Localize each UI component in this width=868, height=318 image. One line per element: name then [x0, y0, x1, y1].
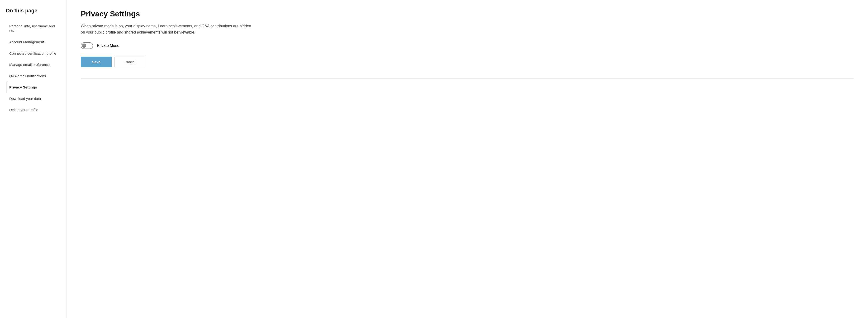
nav-item-privacy-settings[interactable]: Privacy Settings: [6, 82, 61, 93]
nav-item-download-data[interactable]: Download your data: [6, 93, 61, 105]
sidebar: On this page Personal info, username and…: [0, 0, 66, 318]
toggle-thumb: [82, 44, 86, 48]
button-row: Save Cancel: [81, 57, 854, 67]
toggle-row: Private Mode: [81, 42, 854, 49]
nav-item-personal-info[interactable]: Personal info, username and URL: [6, 21, 61, 36]
section-description: When private mode is on, your display na…: [81, 23, 252, 35]
nav-item-connected-cert[interactable]: Connected certification profile: [6, 48, 61, 59]
private-mode-toggle[interactable]: [81, 42, 93, 49]
nav-list: Personal info, username and URLAccount M…: [6, 21, 61, 116]
toggle-label: Private Mode: [97, 44, 119, 48]
nav-item-account-management[interactable]: Account Management: [6, 36, 61, 48]
privacy-settings-section: Privacy Settings When private mode is on…: [81, 9, 854, 79]
nav-item-delete-profile[interactable]: Delete your profile: [6, 104, 61, 116]
nav-item-manage-email[interactable]: Manage email preferences: [6, 59, 61, 70]
sidebar-heading: On this page: [6, 8, 61, 14]
section-title: Privacy Settings: [81, 9, 854, 18]
save-button[interactable]: Save: [81, 57, 112, 67]
toggle-track: [81, 42, 93, 49]
main-content: Privacy Settings When private mode is on…: [66, 0, 868, 318]
cancel-button[interactable]: Cancel: [115, 57, 145, 67]
nav-item-qa-email[interactable]: Q&A email notifications: [6, 70, 61, 82]
